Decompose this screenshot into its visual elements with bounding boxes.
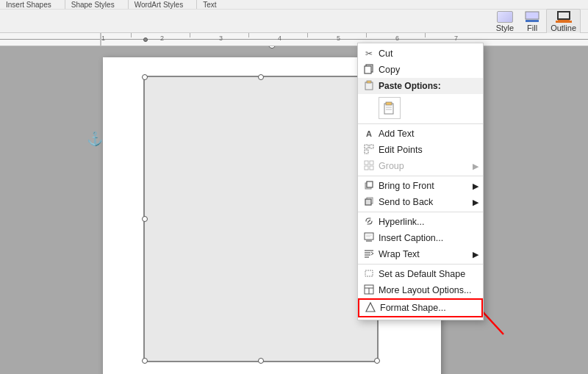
fill-icon — [524, 11, 540, 23]
edit-points-icon — [362, 144, 376, 157]
svg-rect-1 — [526, 20, 539, 22]
svg-rect-5 — [365, 66, 371, 73]
paste-icon-button[interactable] — [379, 97, 401, 119]
handle-bl[interactable] — [142, 358, 148, 364]
bring-to-front-icon — [362, 180, 376, 193]
svg-marker-36 — [366, 303, 375, 312]
section-label-styles: Shape Styles — [65, 0, 129, 9]
separator-3 — [358, 212, 483, 212]
svg-rect-12 — [365, 145, 368, 148]
handle-bm[interactable] — [258, 358, 264, 364]
svg-rect-18 — [370, 166, 373, 170]
handle-tm[interactable] — [258, 74, 264, 80]
context-menu: ✂ Cut Copy Paste Options: A Add Text — [357, 43, 484, 320]
menu-item-hyperlink[interactable]: Hyperlink... — [358, 214, 483, 230]
paste-header-icon — [362, 80, 376, 93]
svg-rect-16 — [370, 161, 373, 165]
handle-ml[interactable] — [142, 216, 148, 222]
paste-box — [358, 94, 483, 122]
menu-item-send-to-back[interactable]: Send to Back ▶ — [358, 194, 483, 210]
separator-2 — [358, 176, 483, 176]
menu-item-insert-caption[interactable]: Insert Caption... — [358, 230, 483, 246]
menu-item-format-shape[interactable]: Format Shape... — [358, 298, 483, 317]
bring-to-front-arrow-icon: ▶ — [473, 181, 478, 191]
send-to-back-icon — [362, 196, 376, 209]
style-button[interactable]: Style — [492, 9, 518, 35]
svg-rect-6 — [365, 82, 373, 90]
svg-rect-17 — [365, 166, 368, 170]
separator-1 — [358, 123, 483, 124]
menu-item-set-default[interactable]: Set as Default Shape — [358, 266, 483, 282]
toolbar: Insert Shapes Shape Styles WordArt Style… — [0, 0, 588, 33]
section-label-text: Text — [197, 0, 222, 9]
outline-icon — [556, 11, 572, 23]
svg-rect-2 — [558, 12, 570, 19]
wrap-text-icon — [362, 248, 376, 261]
shape[interactable] — [143, 76, 379, 362]
rotate-handle[interactable] — [268, 46, 276, 48]
menu-item-more-layout[interactable]: More Layout Options... — [358, 282, 483, 298]
copy-icon — [362, 64, 376, 76]
separator-4 — [358, 264, 483, 265]
more-layout-icon — [362, 284, 376, 297]
menu-item-group[interactable]: Group ▶ — [358, 158, 483, 174]
menu-item-edit-points[interactable]: Edit Points — [358, 142, 483, 158]
group-arrow-icon: ▶ — [473, 162, 478, 171]
group-icon — [362, 160, 376, 173]
menu-item-add-text[interactable]: A Add Text — [358, 126, 483, 142]
svg-rect-22 — [365, 199, 371, 205]
menu-item-wrap-text[interactable]: Wrap Text ▶ — [358, 246, 483, 262]
svg-rect-3 — [558, 20, 570, 22]
svg-rect-7 — [367, 81, 371, 83]
cut-icon: ✂ — [362, 48, 376, 59]
insert-caption-icon — [362, 232, 376, 245]
menu-item-bring-to-front[interactable]: Bring to Front ▶ — [358, 178, 483, 194]
svg-rect-32 — [365, 270, 373, 276]
svg-rect-15 — [365, 161, 368, 165]
set-default-icon — [362, 268, 376, 281]
section-label-wordart: WordArt Styles — [129, 0, 198, 9]
section-label-shapes: Insert Shapes — [0, 0, 65, 9]
style-icon — [497, 11, 513, 23]
document-area: ⚓ — [0, 46, 588, 374]
menu-item-cut[interactable]: ✂ Cut — [358, 46, 483, 62]
send-to-back-arrow-icon: ▶ — [473, 198, 478, 207]
menu-item-paste-options: Paste Options: — [358, 78, 483, 94]
wrap-text-arrow-icon: ▶ — [473, 250, 478, 259]
svg-rect-13 — [370, 145, 373, 148]
svg-rect-20 — [367, 181, 373, 187]
svg-rect-9 — [386, 102, 392, 105]
fill-button[interactable]: Fill — [520, 9, 545, 35]
svg-rect-14 — [365, 150, 368, 154]
format-shape-icon — [364, 302, 377, 314]
add-text-icon: A — [362, 129, 376, 138]
hyperlink-icon — [362, 216, 376, 229]
handle-tl[interactable] — [142, 74, 148, 80]
svg-rect-0 — [526, 12, 539, 19]
anchor-icon: ⚓ — [87, 131, 103, 147]
ruler: 1 2 3 4 5 6 7 — [0, 33, 588, 46]
svg-line-23 — [368, 220, 370, 223]
handle-br[interactable] — [374, 358, 380, 364]
menu-item-copy[interactable]: Copy — [358, 62, 483, 78]
outline-button[interactable]: Outline — [546, 9, 581, 35]
